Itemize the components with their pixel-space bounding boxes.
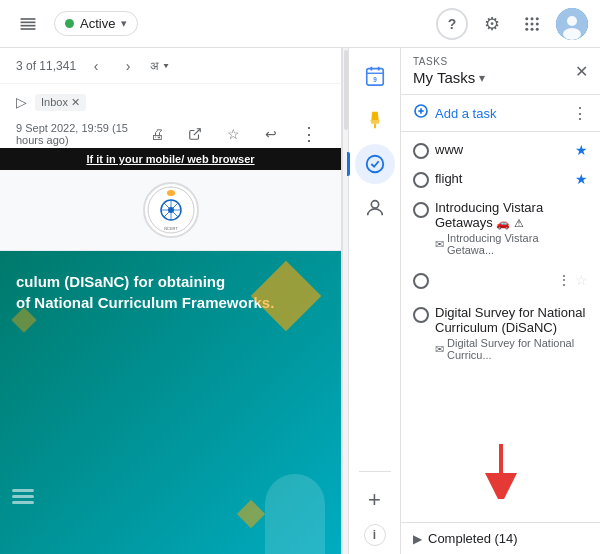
task-checkbox[interactable] (413, 172, 429, 188)
task-content: Introducing Vistara Getaways 🚗 ⚠ ✉ Intro… (435, 200, 588, 256)
star-empty-button[interactable]: ☆ (575, 272, 588, 288)
ncert-logo: NCERT (143, 182, 199, 238)
svg-line-16 (194, 129, 200, 135)
svg-point-8 (531, 22, 534, 25)
task-subtitle-text: Introducing Vistara Getawa... (447, 232, 588, 256)
print-button[interactable]: 🖨 (141, 118, 173, 150)
email-toolbar: 3 of 11,341 ‹ › अ ▾ (0, 48, 341, 84)
main-content: 3 of 11,341 ‹ › अ ▾ ▷ Inbox ✕ 9 Sept 202… (0, 48, 600, 554)
task-actions: ⋮ ☆ (557, 272, 588, 288)
add-task-label: Add a task (435, 106, 496, 121)
active-label: Active (80, 16, 115, 31)
svg-point-33 (371, 201, 378, 208)
task-subtitle-text: Digital Survey for National Curricu... (447, 337, 588, 361)
tasks-header: TASKS My Tasks ▾ ✕ (401, 48, 600, 95)
task-title: www (435, 142, 569, 157)
svg-point-11 (531, 27, 534, 30)
more-button[interactable]: ⋮ (293, 118, 325, 150)
task-item[interactable]: www ★ (401, 136, 600, 165)
info-button[interactable]: i (364, 524, 386, 546)
email-toolbar-left: 3 of 11,341 ‹ › अ ▾ (16, 54, 172, 78)
active-status-badge[interactable]: Active ▾ (54, 11, 138, 36)
tasks-dropdown-icon[interactable]: ▾ (479, 71, 485, 85)
svg-point-24 (167, 190, 175, 196)
top-bar: Active ▾ ? ⚙ (0, 0, 600, 48)
email-meta-icons: 🖨 ☆ ↩ ⋮ (141, 118, 325, 150)
task-checkbox[interactable] (413, 273, 429, 289)
task-checkbox[interactable] (413, 202, 429, 218)
inbox-tag[interactable]: Inbox ✕ (35, 94, 86, 111)
inbox-tag-close[interactable]: ✕ (71, 96, 80, 109)
svg-point-7 (525, 22, 528, 25)
email-body: NCERT culum (DISaNC) for obtainingof Nat… (0, 170, 341, 554)
contacts-app-button[interactable] (355, 188, 395, 228)
translate-button[interactable]: अ ▾ (148, 54, 172, 78)
completed-button[interactable]: ▶ Completed (14) (413, 531, 588, 546)
scroll-thumb (344, 50, 348, 130)
svg-text:9: 9 (373, 76, 377, 83)
add-task-button[interactable]: Add a task (413, 103, 496, 123)
task-item[interactable]: Introducing Vistara Getaways 🚗 ⚠ ✉ Intro… (401, 194, 600, 262)
tasks-panel: TASKS My Tasks ▾ ✕ Add a task (400, 48, 600, 554)
tasks-more-button[interactable]: ⋮ (572, 104, 588, 123)
task-title: Introducing Vistara Getaways 🚗 ⚠ (435, 200, 588, 230)
app-sidebar: 9 + i (348, 48, 400, 554)
tasks-close-button[interactable]: ✕ (575, 62, 588, 81)
open-new-button[interactable] (179, 118, 211, 150)
calendar-app-button[interactable]: 9 (355, 56, 395, 96)
star-button[interactable]: ★ (575, 142, 588, 158)
top-bar-icons: ? ⚙ (436, 8, 588, 40)
svg-point-32 (366, 156, 383, 173)
help-button[interactable]: ? (436, 8, 468, 40)
email-panel: 3 of 11,341 ‹ › अ ▾ ▷ Inbox ✕ 9 Sept 202… (0, 48, 342, 554)
svg-point-10 (525, 27, 528, 30)
task-item[interactable]: Digital Survey for National Curriculum (… (401, 299, 600, 367)
add-apps-button[interactable]: + (355, 480, 395, 520)
email-heading-bold: culum (DISaNC) (16, 273, 129, 290)
svg-point-12 (536, 27, 539, 30)
task-title: flight (435, 171, 569, 186)
app-sidebar-bottom: + i (355, 467, 395, 546)
reply-button[interactable]: ↩ (255, 118, 287, 150)
chevron-right-icon: ▶ (413, 532, 422, 546)
task-checkbox[interactable] (413, 143, 429, 159)
active-dot (65, 19, 74, 28)
task-actions: ★ (575, 171, 588, 187)
person-illustration (265, 474, 325, 554)
task-content: Digital Survey for National Curriculum (… (435, 305, 588, 361)
task-title: Digital Survey for National Curriculum (… (435, 305, 588, 335)
tasks-title: My Tasks (413, 69, 475, 86)
tasks-title-row: My Tasks ▾ (413, 69, 575, 86)
task-content: www (435, 142, 569, 157)
tasks-list: www ★ flight ★ (401, 132, 600, 522)
tasks-section-label: TASKS (413, 56, 575, 67)
banner-text: If it in your mobile/ web browser (86, 153, 254, 165)
email-banner[interactable]: If it in your mobile/ web browser (0, 148, 341, 170)
email-counter: 3 of 11,341 (16, 59, 76, 73)
keep-app-button[interactable] (355, 100, 395, 140)
task-email-icon: ✉ (435, 238, 444, 251)
tasks-add-row: Add a task ⋮ (401, 95, 600, 132)
tasks-app-button[interactable] (355, 144, 395, 184)
menu-button[interactable] (12, 8, 44, 40)
email-logo-area: NCERT (0, 170, 341, 251)
svg-point-15 (563, 28, 581, 40)
email-date: 9 Sept 2022, 19:59 (15 hours ago) (16, 122, 133, 146)
prev-email-button[interactable]: ‹ (84, 54, 108, 78)
task-checkbox[interactable] (413, 307, 429, 323)
apps-button[interactable] (516, 8, 548, 40)
task-item[interactable]: ⋮ ☆ (401, 262, 600, 299)
sidebar-divider (359, 471, 391, 472)
task-item[interactable]: flight ★ (401, 165, 600, 194)
email-green-section: culum (DISaNC) for obtainingof National … (0, 251, 341, 554)
scroll-bar[interactable] (342, 48, 348, 554)
star-button[interactable]: ★ (575, 171, 588, 187)
next-email-button[interactable]: › (116, 54, 140, 78)
svg-point-6 (536, 17, 539, 20)
tasks-footer: ▶ Completed (14) (401, 522, 600, 554)
star-button[interactable]: ☆ (217, 118, 249, 150)
task-more-icon[interactable]: ⋮ (557, 272, 571, 288)
avatar[interactable] (556, 8, 588, 40)
settings-button[interactable]: ⚙ (476, 8, 508, 40)
task-content: flight (435, 171, 569, 186)
